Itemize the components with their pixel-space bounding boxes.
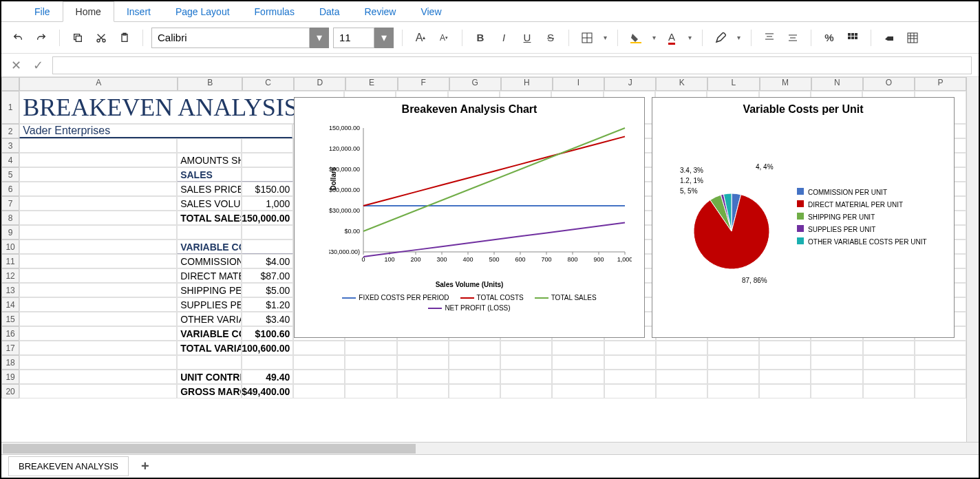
fill-color-button[interactable] (626, 28, 646, 47)
menu-tab-file[interactable]: File (22, 2, 63, 21)
cell[interactable] (449, 384, 500, 398)
paste-button[interactable] (115, 28, 134, 47)
cell[interactable] (863, 384, 915, 398)
cell[interactable]: 1,000 (242, 196, 293, 211)
cell[interactable] (19, 153, 177, 167)
menu-tab-page-layout[interactable]: Page Layout (163, 2, 242, 21)
percent-button[interactable]: % (820, 28, 839, 47)
col-header[interactable]: O (863, 77, 915, 91)
align-center-button[interactable] (783, 28, 802, 47)
cell[interactable]: $150,000.00 (242, 211, 293, 225)
cell[interactable]: $5.00 (242, 283, 293, 297)
vertical-scrollbar[interactable] (966, 77, 979, 442)
cell[interactable] (19, 240, 177, 254)
cell[interactable] (500, 370, 552, 384)
row-header[interactable]: 4 (1, 153, 19, 167)
redo-button[interactable] (32, 28, 51, 47)
cell[interactable] (552, 384, 604, 398)
cell[interactable] (707, 370, 759, 384)
col-header[interactable]: P (915, 77, 966, 91)
cell[interactable] (19, 312, 177, 326)
row-header[interactable]: 14 (1, 297, 19, 312)
cell[interactable]: SHIPPING PER UNIT (177, 283, 242, 297)
cell[interactable] (863, 341, 915, 355)
row-header[interactable]: 12 (1, 268, 19, 283)
cell[interactable]: VARIABLE COSTS PER UNIT (177, 326, 242, 341)
cell[interactable] (242, 167, 293, 182)
cell[interactable] (915, 370, 966, 384)
font-color-button[interactable]: A (662, 28, 681, 47)
cell[interactable]: AMOUNTS SHOWN IN U.S. DOLLARS (177, 153, 242, 167)
col-header[interactable]: M (760, 77, 811, 91)
font-name-input[interactable] (151, 28, 310, 48)
col-header[interactable]: J (604, 77, 656, 91)
cell[interactable]: GROSS MARGIN (177, 384, 242, 398)
cell[interactable] (19, 341, 177, 355)
cell[interactable] (604, 384, 656, 398)
col-header[interactable]: K (656, 77, 707, 91)
clear-button[interactable] (880, 28, 899, 47)
borders-dropdown[interactable]: ▾ (601, 28, 609, 48)
cell[interactable]: SALES PRICE PER UNIT (177, 182, 242, 196)
cell[interactable] (811, 384, 862, 398)
col-header[interactable]: C (242, 77, 294, 91)
row-header[interactable]: 2 (1, 124, 19, 138)
cell[interactable] (19, 225, 177, 240)
col-header[interactable]: B (178, 77, 242, 91)
col-header[interactable]: E (345, 77, 397, 91)
cell[interactable] (19, 182, 177, 196)
cell[interactable] (500, 355, 552, 370)
decrease-font-button[interactable]: A▾ (434, 28, 454, 47)
row-header[interactable]: 8 (1, 211, 19, 225)
row-header[interactable]: 18 (1, 355, 19, 370)
col-header[interactable]: F (398, 77, 449, 91)
cell[interactable] (552, 355, 604, 370)
row-header[interactable]: 3 (1, 138, 19, 153)
cell[interactable] (293, 370, 345, 384)
cell[interactable] (19, 138, 177, 153)
cell[interactable] (242, 138, 293, 153)
cell[interactable] (915, 355, 966, 370)
cell[interactable] (177, 355, 242, 370)
cell[interactable] (915, 341, 966, 355)
cell[interactable] (397, 341, 449, 355)
cell[interactable] (19, 355, 177, 370)
cell[interactable]: $3.40 (242, 312, 293, 326)
add-sheet-button[interactable]: + (136, 458, 155, 474)
copy-button[interactable] (68, 28, 87, 47)
menu-tab-review[interactable]: Review (352, 2, 409, 21)
pen-button[interactable] (711, 28, 730, 47)
row-header[interactable]: 11 (1, 254, 19, 268)
cell[interactable] (707, 355, 759, 370)
cell[interactable] (863, 355, 915, 370)
row-header[interactable]: 10 (1, 240, 19, 254)
cell[interactable] (449, 370, 500, 384)
row-header[interactable]: 9 (1, 225, 19, 240)
strike-button[interactable]: S (541, 28, 560, 47)
cell[interactable] (500, 384, 552, 398)
col-header[interactable]: G (449, 77, 501, 91)
horizontal-scrollbar[interactable] (1, 442, 979, 454)
row-header[interactable]: 19 (1, 370, 19, 384)
cell[interactable]: Vader Enterprises (19, 124, 292, 138)
cell[interactable] (345, 384, 396, 398)
grid-button[interactable] (903, 28, 922, 47)
cell[interactable]: OTHER VARIABLE COSTS PER UNIT (177, 312, 242, 326)
cell[interactable] (177, 225, 242, 240)
cell[interactable] (449, 341, 500, 355)
font-color-dropdown[interactable]: ▾ (685, 28, 694, 48)
cell[interactable] (500, 341, 552, 355)
font-name-dropdown[interactable]: ▾ (310, 28, 329, 48)
cell[interactable]: UNIT CONTRIBUTION MARGIN (177, 370, 242, 384)
menu-tab-view[interactable]: View (408, 2, 454, 21)
cell[interactable] (19, 370, 177, 384)
undo-button[interactable] (8, 28, 28, 47)
cell[interactable] (19, 297, 177, 312)
cancel-formula-button[interactable]: ✕ (8, 58, 23, 73)
cell[interactable] (19, 196, 177, 211)
cell[interactable]: $1.20 (242, 297, 293, 312)
bold-button[interactable]: B (471, 28, 490, 47)
row-header[interactable]: 6 (1, 182, 19, 196)
cell[interactable] (345, 370, 396, 384)
cell[interactable] (552, 370, 604, 384)
